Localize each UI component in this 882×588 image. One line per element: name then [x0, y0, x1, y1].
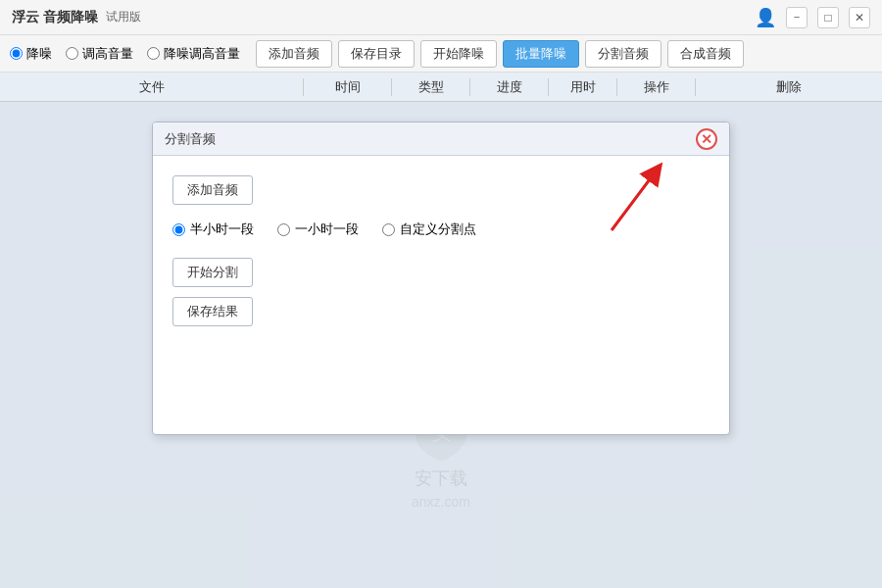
- dialog-save-result-button[interactable]: 保存结果: [172, 297, 253, 326]
- radio-half-hour-label: 半小时一段: [190, 220, 254, 238]
- dialog-backdrop: 分割音频 ✕ 添加音频 半小时一段 一小时一段 自定义分割点: [0, 102, 882, 588]
- col-header-type: 类型: [392, 78, 470, 96]
- main-area: 安 安下载 anxz.com 分割音频 ✕ 添加音频 半小时一段 一: [0, 102, 882, 588]
- start-denoise-button[interactable]: 开始降噪: [420, 40, 497, 68]
- col-header-duration: 用时: [549, 78, 617, 96]
- toolbar: 降噪 调高音量 降噪调高音量 添加音频 保存目录 开始降噪 批量降噪 分割音频 …: [0, 35, 882, 73]
- col-header-progress: 进度: [470, 78, 549, 96]
- dialog-close-button[interactable]: ✕: [696, 128, 717, 150]
- dialog-add-audio-button[interactable]: 添加音频: [172, 175, 253, 205]
- title-bar-left: 浮云 音频降噪 试用版: [12, 9, 141, 26]
- maximize-button[interactable]: □: [817, 7, 839, 28]
- col-header-time: 时间: [304, 78, 392, 96]
- dialog-title: 分割音频: [165, 130, 216, 148]
- col-header-delete: 删除: [696, 78, 882, 96]
- dialog-start-split-button[interactable]: 开始分割: [172, 258, 253, 287]
- batch-denoise-button[interactable]: 批量降噪: [503, 40, 579, 68]
- close-button[interactable]: ✕: [849, 7, 870, 28]
- split-audio-button[interactable]: 分割音频: [585, 40, 662, 68]
- save-dir-button[interactable]: 保存目录: [338, 40, 415, 68]
- merge-audio-button[interactable]: 合成音频: [667, 40, 744, 68]
- radio-denoise[interactable]: 降噪: [10, 45, 52, 63]
- radio-volume-label: 调高音量: [82, 45, 133, 63]
- radio-both-label: 降噪调高音量: [164, 45, 240, 63]
- user-icon-button[interactable]: 👤: [755, 7, 776, 28]
- radio-denoise-label: 降噪: [26, 45, 52, 63]
- radio-volume[interactable]: 调高音量: [66, 45, 133, 63]
- dialog-body: 添加音频 半小时一段 一小时一段 自定义分割点 开始分割: [153, 156, 729, 356]
- dialog-title-bar: 分割音频 ✕: [153, 122, 729, 156]
- radio-one-hour-label: 一小时一段: [295, 220, 359, 238]
- split-audio-dialog: 分割音频 ✕ 添加音频 半小时一段 一小时一段 自定义分割点: [152, 122, 730, 435]
- col-header-action: 操作: [617, 78, 696, 96]
- dialog-split-radio-group: 半小时一段 一小时一段 自定义分割点: [172, 220, 710, 238]
- app-title: 浮云 音频降噪: [12, 9, 98, 26]
- mode-radio-group: 降噪 调高音量 降噪调高音量: [10, 45, 240, 63]
- radio-both[interactable]: 降噪调高音量: [147, 45, 240, 63]
- radio-custom-split-label: 自定义分割点: [400, 220, 476, 238]
- radio-custom-split[interactable]: 自定义分割点: [382, 220, 476, 238]
- table-headers: 文件 时间 类型 进度 用时 操作 删除: [0, 73, 882, 102]
- col-header-file: 文件: [0, 78, 304, 96]
- radio-one-hour[interactable]: 一小时一段: [277, 220, 359, 238]
- radio-half-hour[interactable]: 半小时一段: [172, 220, 254, 238]
- minimize-button[interactable]: －: [786, 7, 808, 28]
- title-bar: 浮云 音频降噪 试用版 👤 － □ ✕: [0, 0, 882, 35]
- add-audio-button[interactable]: 添加音频: [256, 40, 332, 68]
- title-bar-right: 👤 － □ ✕: [755, 7, 870, 28]
- trial-badge: 试用版: [106, 9, 141, 25]
